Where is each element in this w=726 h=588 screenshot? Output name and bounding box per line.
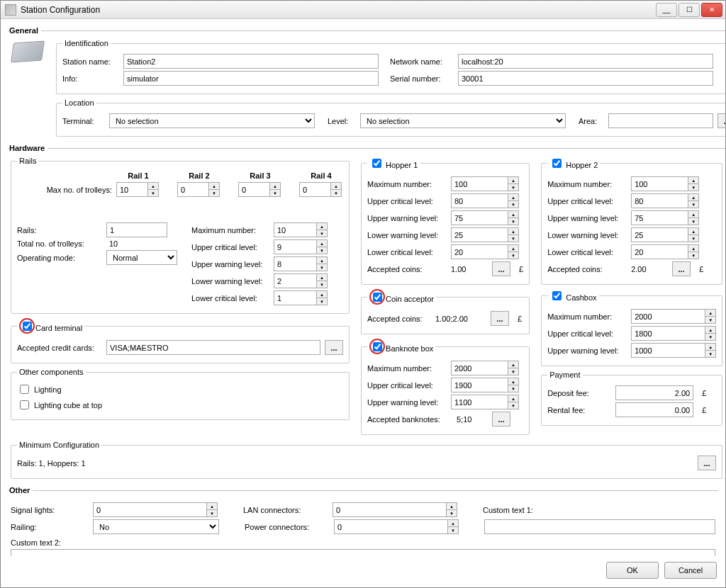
highlight-card-terminal (19, 318, 35, 334)
station-name-input[interactable] (123, 54, 379, 69)
lighting-cube-checkbox[interactable] (20, 400, 29, 409)
level-select[interactable]: No selection (360, 113, 566, 128)
deposit-input[interactable] (615, 385, 693, 400)
section-hardware-title: Hardware (9, 144, 48, 152)
r-ucrit-spin[interactable]: ▲▼ (274, 239, 328, 254)
bb-ucrit-spin[interactable]: ▲▼ (451, 378, 519, 392)
bb-notes-value: 5;10 (457, 415, 488, 424)
terminal-label: Terminal: (62, 117, 105, 125)
bb-maxnum-spin[interactable]: ▲▼ (451, 361, 519, 375)
rails-count-label: Rails: (17, 226, 102, 234)
bb-uwarn-label: Upper warning level: (367, 398, 447, 407)
rail-4-max-trolleys[interactable]: ▲▼ (299, 182, 342, 197)
h1-lwarn-spin[interactable]: ▲▼ (451, 227, 519, 242)
rail-1-max-trolleys[interactable]: ▲▼ (116, 182, 159, 197)
accepted-cc-input[interactable] (106, 340, 320, 355)
maximize-button[interactable]: ☐ (678, 3, 700, 17)
railing-select[interactable]: No (93, 519, 219, 534)
h1-lwarn-label: Lower warning level: (367, 231, 447, 239)
h1-currency: £ (519, 265, 523, 273)
serial-label: Serial number: (390, 74, 454, 83)
bb-notes-label: Accepted banknotes: (367, 415, 452, 424)
cashbox-checkbox[interactable] (552, 291, 562, 300)
r-maxnum-spin[interactable]: ▲▼ (274, 222, 328, 237)
area-browse-button[interactable]: ... (717, 113, 725, 128)
hopper1-checkbox[interactable] (372, 159, 381, 168)
total-trolleys-value: 10 (106, 239, 118, 248)
h1-coins-browse[interactable]: ... (492, 261, 510, 276)
hopper2-checkbox[interactable] (552, 159, 562, 168)
h2-lcrit-spin[interactable]: ▲▼ (631, 244, 699, 259)
lighting-checkbox[interactable] (20, 385, 29, 394)
h1-uwarn-spin[interactable]: ▲▼ (451, 210, 519, 225)
deposit-currency: £ (702, 389, 706, 397)
group-location-legend: Location (62, 98, 96, 107)
section-general: General Identification Station name: Net… (8, 26, 725, 141)
bb-uwarn-spin[interactable]: ▲▼ (451, 395, 519, 409)
custom1-input[interactable] (484, 519, 715, 534)
rail-3-header: Rail 3 (238, 171, 282, 180)
group-identification: Identification Station name: Network nam… (56, 39, 725, 94)
close-button[interactable]: ✕ (701, 3, 722, 17)
group-cashbox: Cashbox Maximum number:▲▼ Upper critical… (541, 289, 722, 366)
power-label: Power connectors: (245, 523, 330, 531)
h1-maxnum-spin[interactable]: ▲▼ (451, 176, 519, 191)
r-lcrit-spin[interactable]: ▲▼ (274, 290, 328, 305)
cancel-button[interactable]: Cancel (664, 562, 717, 579)
rental-label: Rental fee: (547, 406, 611, 414)
h2-coins-browse[interactable]: ... (672, 261, 691, 276)
cb-uwarn-spin[interactable]: ▲▼ (631, 343, 716, 358)
group-coin-acceptor: Coin acceptor Accepted coins:1.00;2.00..… (361, 289, 530, 334)
custom1-label: Custom text 1: (483, 506, 547, 514)
min-config-browse[interactable]: ... (698, 456, 716, 470)
group-payment: Payment Deposit fee:£ Rental fee:£ (541, 371, 722, 426)
r-uwarn-spin[interactable]: ▲▼ (274, 256, 328, 271)
banknote-box-checkbox[interactable] (373, 342, 382, 351)
rail-1-header: Rail 1 (116, 171, 160, 180)
h2-maxnum-spin[interactable]: ▲▼ (631, 176, 699, 191)
group-identification-legend: Identification (62, 39, 111, 47)
h2-uwarn-spin[interactable]: ▲▼ (631, 210, 699, 225)
lan-spin[interactable]: ▲▼ (333, 502, 457, 517)
section-other-title: Other (9, 486, 33, 494)
group-min-config-legend: Minimum Configuration (17, 441, 101, 449)
rail-2-max-trolleys[interactable]: ▲▼ (177, 182, 220, 197)
serial-input[interactable] (458, 71, 713, 86)
rental-input[interactable] (615, 402, 693, 417)
power-spin[interactable]: ▲▼ (334, 519, 459, 534)
info-input[interactable] (123, 71, 379, 86)
group-hopper2: Hopper 2 Maximum number:▲▼ Upper critica… (541, 157, 722, 285)
min-config-text: Rails: 1, Hoppers: 1 (17, 459, 693, 468)
card-terminal-checkbox[interactable] (23, 322, 32, 331)
ca-coins-browse[interactable]: ... (491, 311, 509, 326)
network-name-input[interactable] (458, 54, 713, 69)
h1-uwarn-label: Upper warning level: (367, 214, 447, 222)
minimize-button[interactable]: __ (656, 3, 677, 17)
section-other: Other Signal lights: ▲▼ LAN connectors: … (8, 486, 718, 556)
terminal-select[interactable]: No selection (109, 113, 315, 128)
bb-notes-browse[interactable]: ... (492, 412, 510, 426)
rails-count-input[interactable] (106, 222, 167, 237)
accepted-cc-browse[interactable]: ... (325, 340, 343, 355)
info-label: Info: (62, 74, 119, 83)
op-mode-select[interactable]: Normal (106, 250, 177, 265)
h2-lwarn-spin[interactable]: ▲▼ (631, 227, 699, 242)
coin-acceptor-checkbox[interactable] (373, 293, 382, 302)
group-rails: Rails Rail 1 Rail 2 Rail 3 Rail 4 Max no… (11, 157, 350, 314)
cb-maxnum-spin[interactable]: ▲▼ (631, 309, 716, 324)
cb-ucrit-spin[interactable]: ▲▼ (631, 326, 716, 341)
h1-lcrit-spin[interactable]: ▲▼ (451, 244, 519, 259)
rail-3-max-trolleys[interactable]: ▲▼ (238, 182, 281, 197)
ok-button[interactable]: OK (606, 562, 659, 579)
signal-lights-label: Signal lights: (11, 506, 89, 514)
custom2-input[interactable] (11, 549, 715, 556)
signal-lights-spin[interactable]: ▲▼ (93, 502, 218, 517)
area-input[interactable] (608, 113, 713, 128)
h2-ucrit-spin[interactable]: ▲▼ (631, 193, 699, 208)
h1-ucrit-spin[interactable]: ▲▼ (451, 193, 519, 208)
h2-coins-value: 2.00 (631, 265, 668, 273)
group-hopper1: Hopper 1 Maximum number:▲▼ Upper critica… (361, 157, 530, 285)
r-maxnum-label: Maximum number: (191, 226, 269, 234)
op-mode-label: Operating mode: (17, 254, 102, 262)
r-lwarn-spin[interactable]: ▲▼ (274, 273, 328, 288)
